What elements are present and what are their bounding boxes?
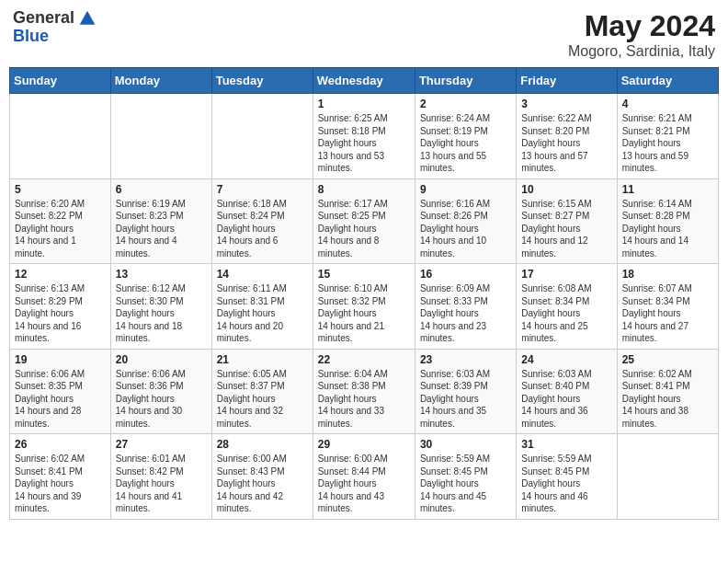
day-number: 11	[622, 183, 713, 196]
day-number: 28	[217, 438, 308, 451]
calendar-cell: 31Sunrise: 5:59 AMSunset: 8:45 PMDayligh…	[517, 434, 617, 520]
calendar-cell	[110, 94, 211, 179]
day-number: 8	[318, 183, 410, 196]
day-number: 22	[318, 353, 410, 366]
day-info: Sunrise: 5:59 AMSunset: 8:45 PMDaylight …	[521, 453, 611, 515]
header-wednesday: Wednesday	[313, 68, 415, 94]
day-info: Sunrise: 6:16 AMSunset: 8:26 PMDaylight …	[420, 198, 511, 260]
day-number: 30	[420, 438, 511, 451]
calendar-cell: 22Sunrise: 6:04 AMSunset: 8:38 PMDayligh…	[313, 349, 415, 434]
day-info: Sunrise: 6:01 AMSunset: 8:42 PMDaylight …	[116, 453, 207, 515]
calendar-cell: 14Sunrise: 6:11 AMSunset: 8:31 PMDayligh…	[211, 264, 313, 350]
calendar-cell	[10, 94, 111, 179]
svg-marker-0	[80, 11, 96, 25]
day-info: Sunrise: 6:25 AMSunset: 8:18 PMDaylight …	[318, 112, 410, 175]
day-number: 13	[116, 268, 207, 281]
header-monday: Monday	[110, 68, 211, 94]
calendar-cell: 16Sunrise: 6:09 AMSunset: 8:33 PMDayligh…	[415, 264, 516, 350]
day-number: 21	[217, 353, 308, 366]
day-number: 2	[420, 98, 511, 110]
day-number: 5	[15, 183, 106, 196]
calendar-cell: 25Sunrise: 6:02 AMSunset: 8:41 PMDayligh…	[617, 349, 718, 434]
day-number: 9	[420, 183, 511, 196]
calendar-cell: 8Sunrise: 6:17 AMSunset: 8:25 PMDaylight…	[313, 178, 415, 264]
day-number: 18	[622, 268, 713, 281]
calendar-cell: 24Sunrise: 6:03 AMSunset: 8:40 PMDayligh…	[517, 349, 617, 434]
calendar-cell: 3Sunrise: 6:22 AMSunset: 8:20 PMDaylight…	[517, 94, 617, 179]
day-info: Sunrise: 6:13 AMSunset: 8:29 PMDaylight …	[15, 282, 106, 345]
logo-icon	[78, 9, 97, 28]
header-tuesday: Tuesday	[211, 68, 313, 94]
day-info: Sunrise: 6:24 AMSunset: 8:19 PMDaylight …	[420, 112, 511, 175]
day-info: Sunrise: 6:20 AMSunset: 8:22 PMDaylight …	[15, 198, 106, 260]
day-info: Sunrise: 6:21 AMSunset: 8:21 PMDaylight …	[622, 112, 713, 175]
day-info: Sunrise: 6:08 AMSunset: 8:34 PMDaylight …	[521, 282, 611, 345]
day-number: 1	[318, 98, 410, 110]
calendar-week-row: 5Sunrise: 6:20 AMSunset: 8:22 PMDaylight…	[10, 178, 719, 264]
day-number: 31	[521, 438, 611, 451]
header-thursday: Thursday	[415, 68, 516, 94]
day-info: Sunrise: 5:59 AMSunset: 8:45 PMDaylight …	[420, 453, 511, 515]
day-info: Sunrise: 6:03 AMSunset: 8:40 PMDaylight …	[521, 368, 611, 431]
day-info: Sunrise: 6:18 AMSunset: 8:24 PMDaylight …	[217, 198, 308, 260]
calendar-week-row: 1Sunrise: 6:25 AMSunset: 8:18 PMDaylight…	[10, 94, 719, 179]
calendar-cell: 10Sunrise: 6:15 AMSunset: 8:27 PMDayligh…	[517, 178, 617, 264]
day-info: Sunrise: 6:19 AMSunset: 8:23 PMDaylight …	[116, 198, 207, 260]
day-number: 27	[116, 438, 207, 451]
day-number: 15	[318, 268, 410, 281]
day-info: Sunrise: 6:03 AMSunset: 8:39 PMDaylight …	[420, 368, 511, 431]
day-number: 4	[622, 98, 713, 110]
calendar-cell: 1Sunrise: 6:25 AMSunset: 8:18 PMDaylight…	[313, 94, 415, 179]
calendar-week-row: 19Sunrise: 6:06 AMSunset: 8:35 PMDayligh…	[10, 349, 719, 434]
day-number: 23	[420, 353, 511, 366]
logo-general: General	[13, 9, 74, 28]
header-friday: Friday	[517, 68, 617, 94]
day-info: Sunrise: 6:05 AMSunset: 8:37 PMDaylight …	[217, 368, 308, 431]
day-number: 14	[217, 268, 308, 281]
day-info: Sunrise: 6:14 AMSunset: 8:28 PMDaylight …	[622, 198, 713, 260]
day-info: Sunrise: 6:10 AMSunset: 8:32 PMDaylight …	[318, 282, 410, 345]
header-sunday: Sunday	[10, 68, 111, 94]
logo-blue: Blue	[13, 28, 97, 46]
calendar-cell: 19Sunrise: 6:06 AMSunset: 8:35 PMDayligh…	[10, 349, 111, 434]
calendar-cell: 7Sunrise: 6:18 AMSunset: 8:24 PMDaylight…	[211, 178, 313, 264]
day-info: Sunrise: 6:04 AMSunset: 8:38 PMDaylight …	[318, 368, 410, 431]
calendar-week-row: 12Sunrise: 6:13 AMSunset: 8:29 PMDayligh…	[10, 264, 719, 350]
page-header: General Blue May 2024 Mogoro, Sardinia, …	[9, 9, 719, 60]
month-title: May 2024	[568, 9, 715, 43]
day-info: Sunrise: 6:00 AMSunset: 8:43 PMDaylight …	[217, 453, 308, 515]
calendar-cell: 29Sunrise: 6:00 AMSunset: 8:44 PMDayligh…	[313, 434, 415, 520]
calendar-cell: 2Sunrise: 6:24 AMSunset: 8:19 PMDaylight…	[415, 94, 516, 179]
calendar-cell: 21Sunrise: 6:05 AMSunset: 8:37 PMDayligh…	[211, 349, 313, 434]
day-number: 29	[318, 438, 410, 451]
day-number: 3	[521, 98, 611, 110]
day-number: 20	[116, 353, 207, 366]
day-info: Sunrise: 6:09 AMSunset: 8:33 PMDaylight …	[420, 282, 511, 345]
calendar-cell: 15Sunrise: 6:10 AMSunset: 8:32 PMDayligh…	[313, 264, 415, 350]
calendar-cell: 28Sunrise: 6:00 AMSunset: 8:43 PMDayligh…	[211, 434, 313, 520]
location: Mogoro, Sardinia, Italy	[568, 43, 715, 60]
day-number: 19	[15, 353, 106, 366]
day-info: Sunrise: 6:02 AMSunset: 8:41 PMDaylight …	[15, 453, 106, 515]
calendar-cell: 9Sunrise: 6:16 AMSunset: 8:26 PMDaylight…	[415, 178, 516, 264]
calendar-cell: 23Sunrise: 6:03 AMSunset: 8:39 PMDayligh…	[415, 349, 516, 434]
title-section: May 2024 Mogoro, Sardinia, Italy	[568, 9, 715, 60]
day-number: 12	[15, 268, 106, 281]
calendar-cell: 5Sunrise: 6:20 AMSunset: 8:22 PMDaylight…	[10, 178, 111, 264]
day-number: 6	[116, 183, 207, 196]
day-info: Sunrise: 6:00 AMSunset: 8:44 PMDaylight …	[318, 453, 410, 515]
calendar-cell: 18Sunrise: 6:07 AMSunset: 8:34 PMDayligh…	[617, 264, 718, 350]
day-info: Sunrise: 6:06 AMSunset: 8:36 PMDaylight …	[116, 368, 207, 431]
day-info: Sunrise: 6:11 AMSunset: 8:31 PMDaylight …	[217, 282, 308, 345]
day-number: 7	[217, 183, 308, 196]
header-saturday: Saturday	[617, 68, 718, 94]
day-info: Sunrise: 6:15 AMSunset: 8:27 PMDaylight …	[521, 198, 611, 260]
calendar-cell: 6Sunrise: 6:19 AMSunset: 8:23 PMDaylight…	[110, 178, 211, 264]
day-number: 26	[15, 438, 106, 451]
day-number: 25	[622, 353, 713, 366]
calendar-cell: 26Sunrise: 6:02 AMSunset: 8:41 PMDayligh…	[10, 434, 111, 520]
day-number: 17	[521, 268, 611, 281]
day-info: Sunrise: 6:02 AMSunset: 8:41 PMDaylight …	[622, 368, 713, 431]
calendar-cell: 20Sunrise: 6:06 AMSunset: 8:36 PMDayligh…	[110, 349, 211, 434]
calendar-cell	[617, 434, 718, 520]
